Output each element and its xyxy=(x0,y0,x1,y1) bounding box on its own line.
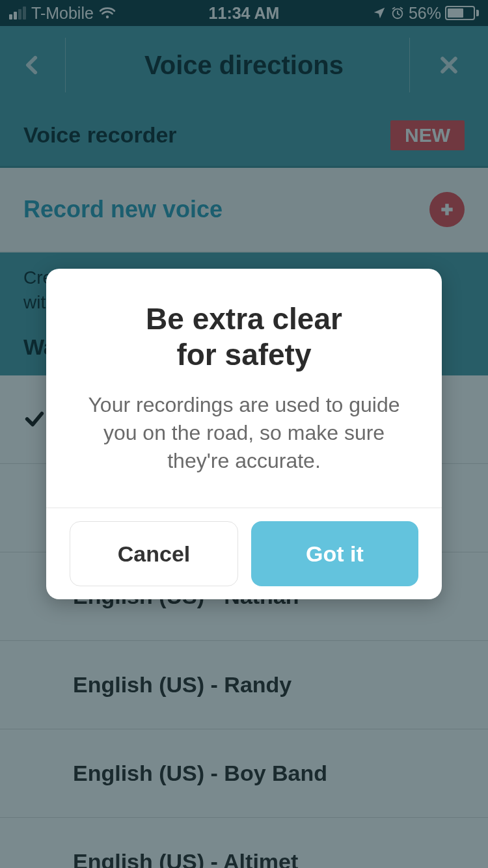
modal-title-line1: Be extra clear xyxy=(146,302,342,336)
modal-title-line2: for safety xyxy=(176,338,311,372)
modal-divider xyxy=(46,508,442,508)
got-it-button[interactable]: Got it xyxy=(251,521,418,586)
modal-overlay: Be extra clear for safety Your recording… xyxy=(0,0,488,868)
modal-actions: Cancel Got it xyxy=(70,521,418,586)
cancel-button[interactable]: Cancel xyxy=(70,521,238,586)
safety-modal: Be extra clear for safety Your recording… xyxy=(46,269,442,600)
modal-body: Your recordings are used to guide you on… xyxy=(70,391,418,476)
modal-title: Be extra clear for safety xyxy=(70,301,418,373)
